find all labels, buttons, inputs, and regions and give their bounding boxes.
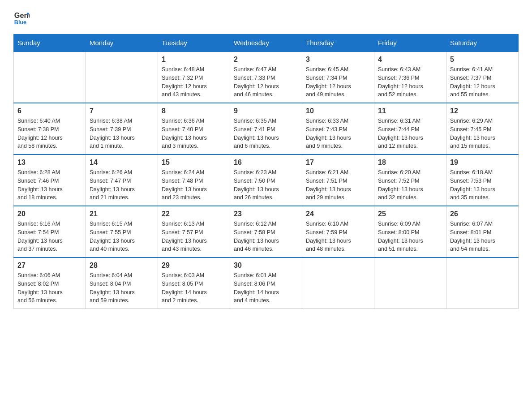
day-number: 5 [450, 56, 515, 64]
calendar-cell: 4Sunrise: 6:43 AMSunset: 7:36 PMDaylight… [374, 51, 446, 103]
day-number: 10 [306, 107, 370, 115]
day-info: Sunrise: 6:45 AMSunset: 7:34 PMDaylight:… [306, 65, 370, 99]
day-number: 1 [162, 56, 226, 64]
day-number: 2 [234, 56, 298, 64]
day-info: Sunrise: 6:29 AMSunset: 7:45 PMDaylight:… [450, 117, 515, 150]
day-info: Sunrise: 6:16 AMSunset: 7:54 PMDaylight:… [17, 220, 82, 253]
day-number: 11 [378, 107, 442, 115]
day-info: Sunrise: 6:38 AMSunset: 7:39 PMDaylight:… [90, 117, 154, 150]
svg-text:General: General [14, 11, 30, 19]
calendar-header-row: SundayMondayTuesdayWednesdayThursdayFrid… [14, 34, 519, 52]
day-number: 18 [378, 158, 442, 167]
calendar-cell: 22Sunrise: 6:13 AMSunset: 7:57 PMDayligh… [158, 206, 230, 257]
calendar-cell: 18Sunrise: 6:20 AMSunset: 7:52 PMDayligh… [374, 154, 446, 206]
header-sunday: Sunday [14, 34, 86, 52]
calendar-cell: 6Sunrise: 6:40 AMSunset: 7:38 PMDaylight… [14, 103, 86, 154]
day-info: Sunrise: 6:26 AMSunset: 7:47 PMDaylight:… [90, 168, 154, 202]
day-info: Sunrise: 6:40 AMSunset: 7:38 PMDaylight:… [17, 117, 82, 150]
calendar-cell: 29Sunrise: 6:03 AMSunset: 8:05 PMDayligh… [158, 257, 230, 309]
calendar-cell: 8Sunrise: 6:36 AMSunset: 7:40 PMDaylight… [158, 103, 230, 154]
day-number: 4 [378, 56, 442, 64]
page-header: General Blue [13, 9, 519, 25]
day-number: 20 [17, 210, 82, 218]
calendar-cell [14, 51, 86, 103]
day-number: 28 [90, 261, 154, 270]
calendar-cell: 1Sunrise: 6:48 AMSunset: 7:32 PMDaylight… [158, 51, 230, 103]
day-number: 22 [162, 210, 226, 218]
calendar-cell: 10Sunrise: 6:33 AMSunset: 7:43 PMDayligh… [302, 103, 374, 154]
svg-text:Blue: Blue [14, 19, 26, 25]
calendar-cell: 24Sunrise: 6:10 AMSunset: 7:59 PMDayligh… [302, 206, 374, 257]
day-info: Sunrise: 6:36 AMSunset: 7:40 PMDaylight:… [162, 117, 226, 150]
day-info: Sunrise: 6:12 AMSunset: 7:58 PMDaylight:… [234, 220, 298, 253]
calendar-cell: 23Sunrise: 6:12 AMSunset: 7:58 PMDayligh… [230, 206, 302, 257]
calendar-cell: 7Sunrise: 6:38 AMSunset: 7:39 PMDaylight… [86, 103, 158, 154]
day-number: 15 [162, 158, 226, 167]
calendar-cell: 26Sunrise: 6:07 AMSunset: 8:01 PMDayligh… [446, 206, 519, 257]
day-number: 24 [306, 210, 370, 218]
header-monday: Monday [86, 34, 158, 52]
calendar-cell: 27Sunrise: 6:06 AMSunset: 8:02 PMDayligh… [14, 257, 86, 309]
day-number: 14 [90, 158, 154, 167]
day-info: Sunrise: 6:24 AMSunset: 7:48 PMDaylight:… [162, 168, 226, 202]
day-info: Sunrise: 6:06 AMSunset: 8:02 PMDaylight:… [17, 271, 82, 305]
day-info: Sunrise: 6:20 AMSunset: 7:52 PMDaylight:… [378, 168, 442, 202]
day-info: Sunrise: 6:31 AMSunset: 7:44 PMDaylight:… [378, 117, 442, 150]
day-number: 26 [450, 210, 515, 218]
day-info: Sunrise: 6:03 AMSunset: 8:05 PMDaylight:… [162, 271, 226, 305]
day-info: Sunrise: 6:13 AMSunset: 7:57 PMDaylight:… [162, 220, 226, 253]
calendar-cell: 13Sunrise: 6:28 AMSunset: 7:46 PMDayligh… [14, 154, 86, 206]
calendar-cell [374, 257, 446, 309]
header-friday: Friday [374, 34, 446, 52]
day-info: Sunrise: 6:28 AMSunset: 7:46 PMDaylight:… [17, 168, 82, 202]
logo: General Blue [13, 9, 30, 25]
logo-icon: General Blue [13, 9, 30, 25]
day-number: 13 [17, 158, 82, 167]
calendar-cell: 21Sunrise: 6:15 AMSunset: 7:55 PMDayligh… [86, 206, 158, 257]
calendar-week-row: 27Sunrise: 6:06 AMSunset: 8:02 PMDayligh… [14, 257, 519, 309]
calendar-cell: 20Sunrise: 6:16 AMSunset: 7:54 PMDayligh… [14, 206, 86, 257]
day-info: Sunrise: 6:41 AMSunset: 7:37 PMDaylight:… [450, 65, 515, 99]
day-info: Sunrise: 6:15 AMSunset: 7:55 PMDaylight:… [90, 220, 154, 253]
day-info: Sunrise: 6:10 AMSunset: 7:59 PMDaylight:… [306, 220, 370, 253]
day-info: Sunrise: 6:43 AMSunset: 7:36 PMDaylight:… [378, 65, 442, 99]
day-number: 23 [234, 210, 298, 218]
day-info: Sunrise: 6:35 AMSunset: 7:41 PMDaylight:… [234, 117, 298, 150]
calendar-cell [302, 257, 374, 309]
calendar-cell: 5Sunrise: 6:41 AMSunset: 7:37 PMDaylight… [446, 51, 519, 103]
day-info: Sunrise: 6:48 AMSunset: 7:32 PMDaylight:… [162, 65, 226, 99]
header-tuesday: Tuesday [158, 34, 230, 52]
day-number: 6 [17, 107, 82, 115]
calendar-week-row: 20Sunrise: 6:16 AMSunset: 7:54 PMDayligh… [14, 206, 519, 257]
calendar-week-row: 1Sunrise: 6:48 AMSunset: 7:32 PMDaylight… [14, 51, 519, 103]
calendar-week-row: 6Sunrise: 6:40 AMSunset: 7:38 PMDaylight… [14, 103, 519, 154]
calendar-cell: 15Sunrise: 6:24 AMSunset: 7:48 PMDayligh… [158, 154, 230, 206]
calendar-cell [446, 257, 519, 309]
day-number: 29 [162, 261, 226, 270]
day-info: Sunrise: 6:01 AMSunset: 8:06 PMDaylight:… [234, 271, 298, 305]
calendar-cell [86, 51, 158, 103]
calendar-cell: 2Sunrise: 6:47 AMSunset: 7:33 PMDaylight… [230, 51, 302, 103]
day-number: 30 [234, 261, 298, 270]
day-info: Sunrise: 6:47 AMSunset: 7:33 PMDaylight:… [234, 65, 298, 99]
calendar-cell: 30Sunrise: 6:01 AMSunset: 8:06 PMDayligh… [230, 257, 302, 309]
day-number: 7 [90, 107, 154, 115]
day-number: 16 [234, 158, 298, 167]
day-number: 12 [450, 107, 515, 115]
day-info: Sunrise: 6:23 AMSunset: 7:50 PMDaylight:… [234, 168, 298, 202]
calendar-cell: 14Sunrise: 6:26 AMSunset: 7:47 PMDayligh… [86, 154, 158, 206]
header-saturday: Saturday [446, 34, 519, 52]
calendar-cell: 3Sunrise: 6:45 AMSunset: 7:34 PMDaylight… [302, 51, 374, 103]
calendar-cell: 25Sunrise: 6:09 AMSunset: 8:00 PMDayligh… [374, 206, 446, 257]
day-number: 25 [378, 210, 442, 218]
header-thursday: Thursday [302, 34, 374, 52]
day-number: 21 [90, 210, 154, 218]
calendar-cell: 28Sunrise: 6:04 AMSunset: 8:04 PMDayligh… [86, 257, 158, 309]
calendar-cell: 12Sunrise: 6:29 AMSunset: 7:45 PMDayligh… [446, 103, 519, 154]
day-info: Sunrise: 6:04 AMSunset: 8:04 PMDaylight:… [90, 271, 154, 305]
day-info: Sunrise: 6:07 AMSunset: 8:01 PMDaylight:… [450, 220, 515, 253]
calendar-cell: 9Sunrise: 6:35 AMSunset: 7:41 PMDaylight… [230, 103, 302, 154]
day-info: Sunrise: 6:21 AMSunset: 7:51 PMDaylight:… [306, 168, 370, 202]
day-info: Sunrise: 6:18 AMSunset: 7:53 PMDaylight:… [450, 168, 515, 202]
day-number: 8 [162, 107, 226, 115]
